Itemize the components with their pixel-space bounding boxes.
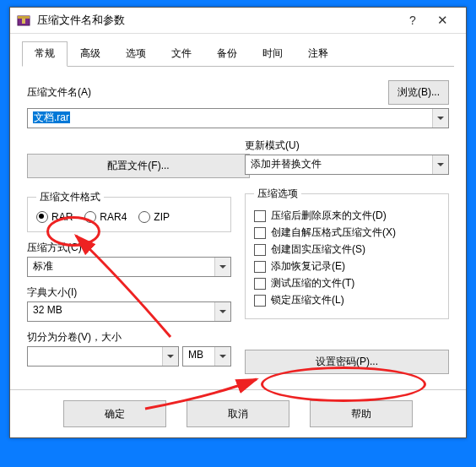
content-area: 常规 高级 选项 文件 备份 时间 注释 压缩文件名(A) 浏览(B)... 文… [10, 34, 466, 389]
options-group: 压缩选项 压缩后删除原来的文件(D) 创建自解压格式压缩文件(X) 创建固实压缩… [245, 187, 449, 319]
update-mode-label: 更新模式(U) [245, 138, 449, 153]
dict-label: 字典大小(I) [27, 285, 231, 300]
profiles-button[interactable]: 配置文件(F)... [27, 154, 250, 178]
tab-backup[interactable]: 备份 [204, 41, 250, 67]
cancel-button[interactable]: 取消 [187, 400, 289, 427]
tab-advanced[interactable]: 高级 [68, 41, 113, 67]
archive-name-label: 压缩文件名(A) [27, 85, 91, 100]
dialog-footer: 确定 取消 帮助 [10, 389, 466, 437]
titlebar: 压缩文件名和参数 ? ✕ [10, 8, 466, 34]
tab-options[interactable]: 选项 [113, 41, 159, 67]
help-button[interactable]: ? [400, 14, 425, 27]
format-group: 压缩文件格式 RAR RAR4 ZIP [27, 190, 231, 232]
chevron-down-icon[interactable] [214, 302, 230, 321]
tab-general[interactable]: 常规 [22, 41, 68, 67]
chevron-down-icon[interactable] [432, 109, 448, 128]
app-icon [17, 14, 30, 27]
chk-recovery[interactable]: 添加恢复记录(E) [254, 259, 440, 274]
split-size-combo[interactable] [27, 346, 179, 367]
format-legend: 压缩文件格式 [36, 190, 104, 204]
options-legend: 压缩选项 [254, 187, 301, 201]
tab-files[interactable]: 文件 [159, 41, 204, 67]
chevron-down-icon[interactable] [214, 258, 230, 276]
radio-rar[interactable]: RAR [36, 211, 73, 223]
window-title: 压缩文件名和参数 [37, 14, 400, 28]
chk-solid[interactable]: 创建固实压缩文件(S) [254, 242, 440, 257]
svg-rect-1 [18, 16, 30, 19]
help-button-footer[interactable]: 帮助 [310, 400, 413, 427]
ok-button[interactable]: 确定 [63, 400, 166, 427]
radio-zip[interactable]: ZIP [138, 211, 170, 223]
close-button[interactable]: ✕ [425, 13, 459, 28]
split-label: 切分为分卷(V)，大小 [27, 330, 231, 345]
dict-combo[interactable]: 32 MB [27, 301, 231, 322]
split-size-value[interactable] [28, 347, 162, 366]
chk-test[interactable]: 测试压缩的文件(T) [254, 276, 440, 291]
tab-strip: 常规 高级 选项 文件 备份 时间 注释 [22, 41, 454, 67]
set-password-button[interactable]: 设置密码(P)... [245, 350, 449, 374]
chk-sfx[interactable]: 创建自解压格式压缩文件(X) [254, 225, 440, 240]
archive-name-combo[interactable]: 文档.rar [27, 108, 449, 128]
split-unit-value: MB [183, 347, 214, 366]
split-unit-combo[interactable]: MB [182, 346, 231, 367]
tab-time[interactable]: 时间 [250, 41, 295, 67]
method-combo[interactable]: 标准 [27, 257, 231, 277]
chk-lock[interactable]: 锁定压缩文件(L) [254, 293, 440, 307]
method-value: 标准 [28, 258, 214, 276]
chevron-down-icon[interactable] [214, 347, 230, 366]
archive-name-value[interactable]: 文档.rar [33, 111, 70, 123]
dialog-window: 压缩文件名和参数 ? ✕ 常规 高级 选项 文件 备份 时间 注释 压缩文件名(… [9, 7, 467, 438]
method-label: 压缩方式(C) [27, 241, 231, 255]
update-mode-combo[interactable]: 添加并替换文件 [245, 155, 449, 175]
svg-rect-2 [22, 19, 25, 24]
radio-rar4[interactable]: RAR4 [84, 211, 127, 223]
chk-delete-after[interactable]: 压缩后删除原来的文件(D) [254, 209, 440, 223]
browse-button[interactable]: 浏览(B)... [388, 80, 449, 105]
tab-comment[interactable]: 注释 [295, 41, 341, 67]
update-mode-value: 添加并替换文件 [246, 155, 432, 174]
chevron-down-icon[interactable] [162, 347, 178, 366]
dict-value: 32 MB [28, 302, 214, 321]
chevron-down-icon[interactable] [432, 155, 448, 174]
